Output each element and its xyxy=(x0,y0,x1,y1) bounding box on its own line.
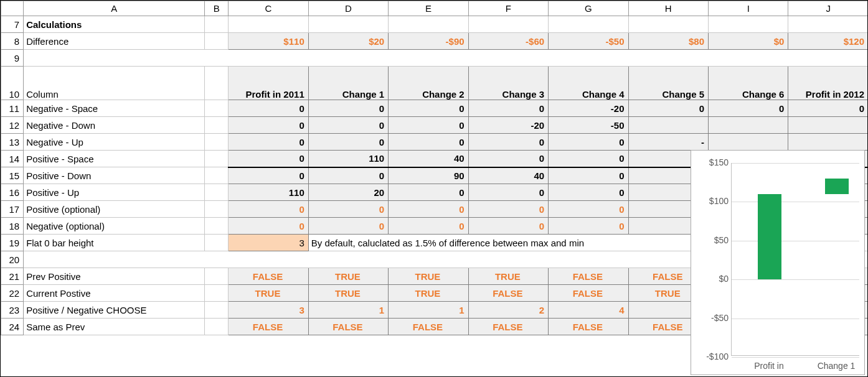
cell-C12[interactable]: 0 xyxy=(229,117,308,134)
cell-F16[interactable]: 0 xyxy=(468,184,548,201)
cell-B16[interactable] xyxy=(205,184,229,201)
cell-F11[interactable]: 0 xyxy=(468,100,548,117)
row-15[interactable]: 15 xyxy=(1,167,24,184)
cell-H13[interactable]: - xyxy=(628,134,708,151)
cell-E23[interactable]: 1 xyxy=(389,302,468,319)
cell-E22[interactable]: TRUE xyxy=(389,285,468,302)
cell-H11[interactable]: 0 xyxy=(628,100,708,117)
cell-F23[interactable]: 2 xyxy=(468,302,548,319)
cell-C10[interactable]: Profit in 2011 xyxy=(229,67,308,100)
cell-E11[interactable]: 0 xyxy=(389,100,468,117)
cell-A15[interactable]: Positive - Down xyxy=(24,167,205,184)
cell-C17[interactable]: 0 xyxy=(229,201,308,218)
cell-F21[interactable]: TRUE xyxy=(468,268,548,285)
cell-D14[interactable]: 110 xyxy=(308,151,388,167)
cell-H10[interactable]: Change 5 xyxy=(628,67,708,100)
cell-G16[interactable]: 0 xyxy=(549,184,628,201)
corner-cell[interactable] xyxy=(1,1,24,16)
cell-C21[interactable]: FALSE xyxy=(229,268,308,285)
cell-D7[interactable] xyxy=(308,16,388,33)
cell-F12[interactable]: -20 xyxy=(468,117,548,134)
row-12[interactable]: 12 xyxy=(1,117,24,134)
cell-F8[interactable]: -$60 xyxy=(468,33,548,50)
cell-B18[interactable] xyxy=(205,218,229,235)
cell-A18[interactable]: Negative (optional) xyxy=(24,218,205,235)
cell-A21[interactable]: Prev Positive xyxy=(24,268,205,285)
cell-E15[interactable]: 90 xyxy=(389,167,468,184)
cell-I12[interactable] xyxy=(709,117,788,134)
cell-D13[interactable]: 0 xyxy=(308,134,388,151)
cell-C7[interactable] xyxy=(229,16,308,33)
row-13[interactable]: 13 xyxy=(1,134,24,151)
col-header-row[interactable]: A B C D E F G H I J xyxy=(1,1,869,16)
row-16[interactable]: 16 xyxy=(1,184,24,201)
cell-B8[interactable] xyxy=(205,33,229,50)
cell-B23[interactable] xyxy=(205,302,229,319)
cell-F17[interactable]: 0 xyxy=(468,201,548,218)
cell-B19[interactable] xyxy=(205,235,229,251)
cell-E13[interactable]: 0 xyxy=(389,134,468,151)
cell-C22[interactable]: TRUE xyxy=(229,285,308,302)
cell-E12[interactable]: 0 xyxy=(389,117,468,134)
cell-A22[interactable]: Current Postive xyxy=(24,285,205,302)
cell-D24[interactable]: FALSE xyxy=(308,319,388,335)
cell-E10[interactable]: Change 2 xyxy=(389,67,468,100)
cell-B24[interactable] xyxy=(205,319,229,335)
cell-G17[interactable]: 0 xyxy=(549,201,628,218)
cell-A12[interactable]: Negative - Down xyxy=(24,117,205,134)
cell-A11[interactable]: Negative - Space xyxy=(24,100,205,117)
cell-C13[interactable]: 0 xyxy=(229,134,308,151)
cell-F13[interactable]: 0 xyxy=(468,134,548,151)
cell-D12[interactable]: 0 xyxy=(308,117,388,134)
cell-G7[interactable] xyxy=(549,16,628,33)
cell-D21[interactable]: TRUE xyxy=(308,268,388,285)
cell-C16[interactable]: 110 xyxy=(229,184,308,201)
cell-J8[interactable]: $120 xyxy=(788,33,868,50)
cell-B11[interactable] xyxy=(205,100,229,117)
cell-F18[interactable]: 0 xyxy=(468,218,548,235)
waterfall-chart[interactable]: -$100-$50$0$50$100$150 Profit inChange 1 xyxy=(691,150,865,375)
cell-D18[interactable]: 0 xyxy=(308,218,388,235)
cell-C19[interactable]: 3 xyxy=(229,235,308,251)
cell-F14[interactable]: 0 xyxy=(468,151,548,167)
cell-I11[interactable]: 0 xyxy=(709,100,788,117)
cell-C15[interactable]: 0 xyxy=(229,167,308,184)
cell-J7[interactable] xyxy=(788,16,868,33)
cell-C24[interactable]: FALSE xyxy=(229,319,308,335)
cell-E17[interactable]: 0 xyxy=(389,201,468,218)
row-23[interactable]: 23 xyxy=(1,302,24,319)
cell-C14[interactable]: 0 xyxy=(229,151,308,167)
cell-A13[interactable]: Negative - Up xyxy=(24,134,205,151)
row-14[interactable]: 14 xyxy=(1,151,24,167)
cell-G13[interactable]: 0 xyxy=(549,134,628,151)
cell-E14[interactable]: 40 xyxy=(389,151,468,167)
cell-C23[interactable]: 3 xyxy=(229,302,308,319)
cell-E18[interactable]: 0 xyxy=(389,218,468,235)
cell-B15[interactable] xyxy=(205,167,229,184)
cell-B13[interactable] xyxy=(205,134,229,151)
row-20[interactable]: 20 xyxy=(1,251,24,268)
cell-B14[interactable] xyxy=(205,151,229,167)
cell-E16[interactable]: 0 xyxy=(389,184,468,201)
cell-F22[interactable]: FALSE xyxy=(468,285,548,302)
cell-J12[interactable] xyxy=(788,117,868,134)
row-18[interactable]: 18 xyxy=(1,218,24,235)
cell-C18[interactable]: 0 xyxy=(229,218,308,235)
cell-G21[interactable]: FALSE xyxy=(549,268,628,285)
cell-B12[interactable] xyxy=(205,117,229,134)
row-17[interactable]: 17 xyxy=(1,201,24,218)
cell-G8[interactable]: -$50 xyxy=(549,33,628,50)
col-B[interactable]: B xyxy=(205,1,229,16)
cell-E8[interactable]: -$90 xyxy=(389,33,468,50)
cell-G11[interactable]: -20 xyxy=(549,100,628,117)
cell-G24[interactable]: FALSE xyxy=(549,319,628,335)
cell-B7[interactable] xyxy=(205,16,229,33)
cell-G22[interactable]: FALSE xyxy=(549,285,628,302)
cell-H12[interactable] xyxy=(628,117,708,134)
cell-H7[interactable] xyxy=(628,16,708,33)
cell-F10[interactable]: Change 3 xyxy=(468,67,548,100)
row-22[interactable]: 22 xyxy=(1,285,24,302)
row-11[interactable]: 11 xyxy=(1,100,24,117)
cell-A7[interactable]: Calculations xyxy=(24,16,205,33)
cell-B21[interactable] xyxy=(205,268,229,285)
